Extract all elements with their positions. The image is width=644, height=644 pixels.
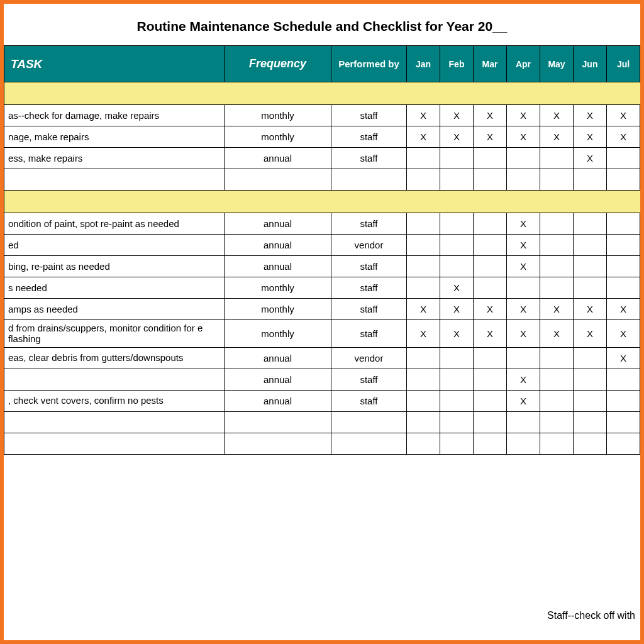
- month-cell[interactable]: X: [607, 299, 640, 320]
- month-cell[interactable]: [540, 411, 574, 433]
- month-cell[interactable]: X: [507, 390, 540, 411]
- month-cell[interactable]: [640, 390, 645, 411]
- month-cell[interactable]: [640, 148, 645, 169]
- month-cell[interactable]: [640, 213, 645, 235]
- month-cell[interactable]: X: [407, 320, 440, 348]
- month-cell[interactable]: X: [407, 105, 440, 126]
- month-cell[interactable]: X: [440, 277, 474, 299]
- month-cell[interactable]: [640, 433, 645, 454]
- month-cell[interactable]: [440, 256, 474, 277]
- month-cell[interactable]: [474, 347, 507, 369]
- month-cell[interactable]: [407, 148, 440, 169]
- month-cell[interactable]: [607, 277, 640, 299]
- month-cell[interactable]: [474, 213, 507, 235]
- month-cell[interactable]: [540, 213, 574, 235]
- month-cell[interactable]: X: [574, 320, 607, 348]
- month-cell[interactable]: [607, 213, 640, 235]
- month-cell[interactable]: [474, 256, 507, 277]
- month-cell[interactable]: [407, 347, 440, 369]
- month-cell[interactable]: [607, 148, 640, 169]
- month-cell[interactable]: [440, 169, 474, 191]
- month-cell[interactable]: [607, 169, 640, 191]
- month-cell[interactable]: [440, 411, 474, 433]
- month-cell[interactable]: X: [540, 105, 574, 126]
- month-cell[interactable]: [407, 213, 440, 235]
- month-cell[interactable]: X: [440, 126, 474, 148]
- month-cell[interactable]: X: [407, 299, 440, 320]
- month-cell[interactable]: [407, 169, 440, 191]
- month-cell[interactable]: X: [507, 299, 540, 320]
- month-cell[interactable]: [474, 433, 507, 454]
- month-cell[interactable]: [640, 256, 645, 277]
- month-cell[interactable]: [407, 369, 440, 390]
- month-cell[interactable]: [607, 235, 640, 256]
- month-cell[interactable]: [607, 433, 640, 454]
- month-cell[interactable]: [540, 390, 574, 411]
- month-cell[interactable]: [474, 169, 507, 191]
- month-cell[interactable]: [540, 169, 574, 191]
- month-cell[interactable]: [574, 390, 607, 411]
- month-cell[interactable]: [474, 277, 507, 299]
- month-cell[interactable]: X: [574, 148, 607, 169]
- month-cell[interactable]: [540, 277, 574, 299]
- month-cell[interactable]: [440, 213, 474, 235]
- month-cell[interactable]: [640, 235, 645, 256]
- month-cell[interactable]: [540, 256, 574, 277]
- month-cell[interactable]: [407, 277, 440, 299]
- month-cell[interactable]: X: [440, 320, 474, 348]
- month-cell[interactable]: [507, 347, 540, 369]
- month-cell[interactable]: X: [607, 347, 640, 369]
- month-cell[interactable]: [640, 277, 645, 299]
- month-cell[interactable]: X: [574, 126, 607, 148]
- month-cell[interactable]: X: [507, 213, 540, 235]
- month-cell[interactable]: X: [507, 235, 540, 256]
- month-cell[interactable]: X: [540, 320, 574, 348]
- month-cell[interactable]: [574, 433, 607, 454]
- month-cell[interactable]: [440, 347, 474, 369]
- month-cell[interactable]: X: [474, 126, 507, 148]
- month-cell[interactable]: [574, 169, 607, 191]
- month-cell[interactable]: X: [474, 105, 507, 126]
- month-cell[interactable]: X: [507, 369, 540, 390]
- month-cell[interactable]: [640, 105, 645, 126]
- month-cell[interactable]: X: [507, 320, 540, 348]
- month-cell[interactable]: [507, 433, 540, 454]
- month-cell[interactable]: X: [607, 320, 640, 348]
- month-cell[interactable]: [640, 369, 645, 390]
- month-cell[interactable]: [507, 411, 540, 433]
- month-cell[interactable]: [474, 235, 507, 256]
- month-cell[interactable]: [540, 347, 574, 369]
- month-cell[interactable]: [607, 256, 640, 277]
- month-cell[interactable]: [574, 347, 607, 369]
- month-cell[interactable]: [607, 411, 640, 433]
- month-cell[interactable]: [407, 433, 440, 454]
- month-cell[interactable]: [440, 390, 474, 411]
- month-cell[interactable]: X: [474, 299, 507, 320]
- month-cell[interactable]: X: [507, 105, 540, 126]
- month-cell[interactable]: X: [440, 299, 474, 320]
- month-cell[interactable]: X: [407, 126, 440, 148]
- month-cell[interactable]: [474, 411, 507, 433]
- month-cell[interactable]: [507, 148, 540, 169]
- month-cell[interactable]: [474, 148, 507, 169]
- month-cell[interactable]: X: [440, 105, 474, 126]
- month-cell[interactable]: [440, 148, 474, 169]
- month-cell[interactable]: [540, 433, 574, 454]
- month-cell[interactable]: [440, 369, 474, 390]
- month-cell[interactable]: [540, 235, 574, 256]
- month-cell[interactable]: [640, 169, 645, 191]
- month-cell[interactable]: [440, 235, 474, 256]
- month-cell[interactable]: X: [574, 105, 607, 126]
- month-cell[interactable]: [574, 411, 607, 433]
- month-cell[interactable]: [640, 299, 645, 320]
- month-cell[interactable]: [474, 390, 507, 411]
- month-cell[interactable]: [574, 256, 607, 277]
- month-cell[interactable]: X: [540, 126, 574, 148]
- month-cell[interactable]: X: [474, 320, 507, 348]
- month-cell[interactable]: [574, 277, 607, 299]
- month-cell[interactable]: [440, 433, 474, 454]
- month-cell[interactable]: [474, 369, 507, 390]
- month-cell[interactable]: [540, 148, 574, 169]
- month-cell[interactable]: [640, 347, 645, 369]
- month-cell[interactable]: X: [574, 299, 607, 320]
